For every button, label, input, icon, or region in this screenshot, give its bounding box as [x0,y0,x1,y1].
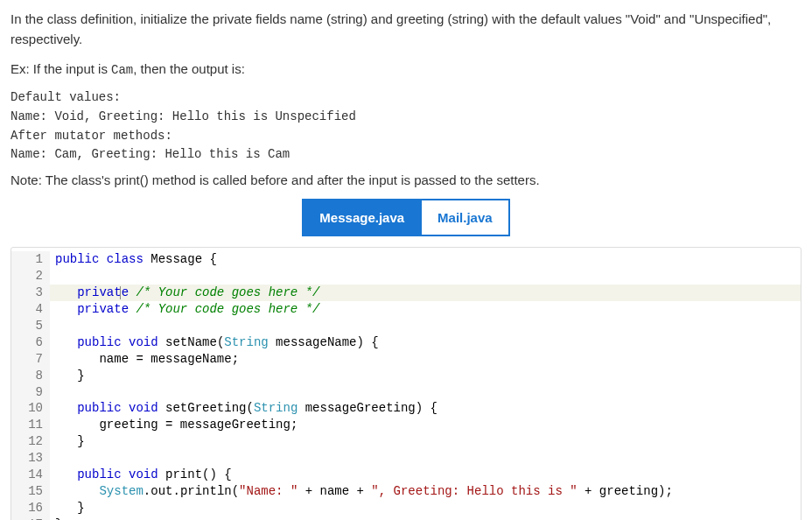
line-number: 4 [11,301,50,318]
line-number: 3 [11,285,50,301]
code-content[interactable]: } [50,433,801,450]
instruction-note: Note: The class's print() method is call… [10,170,802,190]
tab-mail-java[interactable]: Mail.java [420,199,510,236]
problem-instructions: In the class definition, initialize the … [10,9,802,190]
code-line[interactable]: 9 [11,384,801,401]
code-content[interactable]: public class Message { [50,251,801,268]
line-number: 8 [11,368,50,384]
code-line[interactable]: 8 } [11,368,801,384]
code-content[interactable]: private /* Your code goes here */ [50,301,801,318]
example-suffix: , then the output is: [133,61,245,76]
code-content[interactable]: } [50,500,801,516]
line-number: 1 [11,251,50,268]
code-line[interactable]: 4 private /* Your code goes here */ [11,301,801,318]
example-input: Cam [111,63,133,77]
code-content[interactable]: } [50,368,801,384]
code-line[interactable]: 12 } [11,433,801,450]
tab-message-java[interactable]: Message.java [302,199,420,236]
line-number: 7 [11,351,50,368]
example-intro: Ex: If the input is Cam, then the output… [10,59,802,81]
line-number: 15 [11,483,50,500]
code-line[interactable]: 17} [11,516,801,520]
code-line[interactable]: 15 System.out.println("Name: " + name + … [11,483,801,500]
line-number: 10 [11,400,50,417]
instruction-paragraph: In the class definition, initialize the … [10,9,802,50]
code-content[interactable]: System.out.println("Name: " + name + ", … [50,483,801,500]
line-number: 12 [11,433,50,450]
code-line[interactable]: 13 [11,450,801,467]
code-line[interactable]: 2 [11,268,801,285]
code-content[interactable]: private /* Your code goes here */ [50,285,801,301]
line-number: 11 [11,417,50,433]
code-content[interactable] [50,384,801,401]
code-content[interactable] [50,268,801,285]
file-tabs: Message.java Mail.java [10,199,802,236]
code-content[interactable]: greeting = messageGreeting; [50,417,801,433]
code-content[interactable]: name = messageName; [50,351,801,368]
line-number: 16 [11,500,50,516]
code-line[interactable]: 16 } [11,500,801,516]
code-content[interactable] [50,450,801,467]
code-line[interactable]: 7 name = messageName; [11,351,801,368]
code-line[interactable]: 10 public void setGreeting(String messag… [11,400,801,417]
code-line[interactable]: 14 public void print() { [11,467,801,483]
code-line[interactable]: 5 [11,318,801,334]
code-line[interactable]: 6 public void setName(String messageName… [11,334,801,351]
line-number: 2 [11,268,50,285]
code-content[interactable]: } [50,516,801,520]
line-number: 13 [11,450,50,467]
line-number: 5 [11,318,50,334]
example-prefix: Ex: If the input is [10,61,111,76]
code-content[interactable]: public void print() { [50,467,801,483]
line-number: 9 [11,384,50,401]
line-number: 6 [11,334,50,351]
code-content[interactable]: public void setName(String messageName) … [50,334,801,351]
code-content[interactable] [50,318,801,334]
code-content[interactable]: public void setGreeting(String messageGr… [50,400,801,417]
line-number: 14 [11,467,50,483]
expected-output: Default values: Name: Void, Greeting: He… [10,88,802,165]
code-line[interactable]: 11 greeting = messageGreeting; [11,417,801,433]
code-line[interactable]: 1public class Message { [11,251,801,268]
code-editor[interactable]: 1public class Message {23 private /* You… [10,247,802,520]
code-line[interactable]: 3 private /* Your code goes here */ [11,285,801,301]
line-number: 17 [11,516,50,520]
